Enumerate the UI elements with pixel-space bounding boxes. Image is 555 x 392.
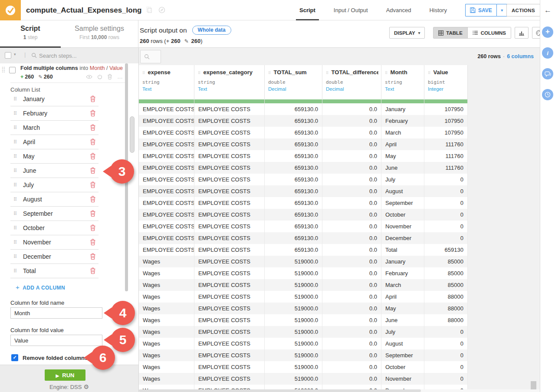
table-cell[interactable]: 659130.0 (265, 127, 322, 138)
column-quality-bar[interactable] (381, 99, 424, 103)
table-cell[interactable]: 0.0 (322, 244, 381, 256)
table-cell[interactable]: 0.0 (322, 150, 381, 162)
table-cell[interactable]: 0.0 (322, 338, 381, 349)
delete-column-icon[interactable] (90, 181, 96, 188)
columns-view-button[interactable]: COLUMNS (467, 27, 511, 38)
table-cell[interactable]: 0 (424, 373, 468, 385)
drag-handle-icon[interactable]: ⠿ (13, 197, 17, 202)
table-cell[interactable]: EMPLOYEE COSTS (194, 127, 265, 138)
table-cell[interactable]: 659130.0 (265, 185, 322, 197)
column-quality-bar[interactable] (194, 99, 264, 103)
drag-handle-icon[interactable]: ⠿ (13, 168, 17, 174)
drag-handle-icon[interactable]: ⠿ (13, 139, 17, 145)
table-cell[interactable]: June (381, 314, 424, 326)
select-all-steps-checkbox[interactable] (5, 52, 11, 59)
column-quality-bar[interactable] (322, 99, 381, 103)
table-cell[interactable]: 0.0 (322, 291, 381, 303)
table-cell[interactable]: July (381, 174, 424, 185)
tab-script-steps[interactable]: Script 1 step (0, 20, 61, 48)
disable-step-icon[interactable] (97, 74, 102, 79)
table-cell[interactable]: EMPLOYEE COSTS (194, 303, 265, 314)
table-cell[interactable]: November (381, 221, 424, 232)
table-cell[interactable]: 0.0 (322, 162, 381, 174)
table-cell[interactable]: EMPLOYEE COSTS (194, 279, 265, 291)
drag-handle-icon[interactable]: ⠿ (13, 96, 17, 102)
drag-handle-icon[interactable]: ⠿ (13, 154, 17, 159)
table-cell[interactable]: September (381, 349, 424, 361)
table-cell[interactable]: 0 (424, 349, 468, 361)
table-cell[interactable]: Total (381, 244, 424, 256)
table-cell[interactable]: Wages (139, 373, 194, 385)
table-cell[interactable]: 0.0 (322, 303, 381, 314)
table-cell[interactable]: 519000.0 (265, 256, 322, 267)
table-cell[interactable]: August (381, 338, 424, 349)
table-cell[interactable]: 519000.0 (265, 373, 322, 385)
table-cell[interactable]: EMPLOYEE COSTS (194, 373, 265, 385)
table-cell[interactable]: 659130.0 (265, 174, 322, 185)
table-cell[interactable]: Wages (139, 385, 194, 389)
table-cell[interactable]: EMPLOYEE COSTS (139, 221, 194, 232)
drag-handle-icon[interactable]: ⠿ (13, 211, 17, 217)
table-cell[interactable]: October (381, 209, 424, 221)
table-cell[interactable]: March (381, 127, 424, 138)
table-cell[interactable]: 107950 (424, 115, 468, 127)
column-quality-bar[interactable] (424, 99, 467, 103)
table-cell[interactable]: EMPLOYEE COSTS (194, 162, 265, 174)
table-cell[interactable]: EMPLOYEE COSTS (139, 232, 194, 244)
vertical-scrollbar-thumb[interactable] (531, 381, 536, 389)
column-header[interactable]: ⠿Month string Text (381, 65, 424, 103)
add-step-button[interactable]: + (542, 26, 553, 38)
table-cell[interactable]: EMPLOYEE COSTS (194, 385, 265, 389)
delete-column-icon[interactable] (90, 210, 96, 217)
table-cell[interactable]: EMPLOYEE COSTS (194, 349, 265, 361)
table-cell[interactable]: 0.0 (322, 279, 381, 291)
table-cell[interactable]: 519000.0 (265, 385, 322, 389)
table-cell[interactable]: 0.0 (322, 209, 381, 221)
fold-name-input[interactable] (10, 307, 102, 319)
table-cell[interactable]: 0.0 (322, 267, 381, 279)
display-dropdown[interactable]: DISPLAY▾ (389, 27, 425, 39)
table-cell[interactable]: April (381, 291, 424, 303)
table-cell[interactable]: EMPLOYEE COSTS (139, 209, 194, 221)
table-cell[interactable]: EMPLOYEE COSTS (139, 138, 194, 150)
drag-handle-icon[interactable]: ⠿ (13, 254, 17, 260)
recipe-logo[interactable] (0, 0, 21, 20)
table-cell[interactable]: 0 (424, 385, 468, 389)
table-cell[interactable]: 519000.0 (265, 338, 322, 349)
table-cell[interactable]: November (381, 373, 424, 385)
column-header[interactable]: ⠿expense string Text (139, 65, 194, 103)
table-cell[interactable]: 519000.0 (265, 326, 322, 338)
table-cell[interactable]: Wages (139, 326, 194, 338)
caret-down-icon[interactable]: ▾ (14, 52, 16, 56)
info-button[interactable]: i (542, 47, 553, 59)
tab-input-output[interactable]: Input / Output (334, 0, 368, 20)
more-options-icon[interactable]: … (117, 73, 123, 80)
table-cell[interactable]: EMPLOYEE COSTS (139, 244, 194, 256)
table-cell[interactable]: EMPLOYEE COSTS (194, 221, 265, 232)
add-column-button[interactable]: +ADD A COLUMN (16, 283, 65, 291)
table-cell[interactable]: January (381, 103, 424, 115)
save-button[interactable]: SAVE (465, 4, 496, 16)
table-cell[interactable]: 107950 (424, 127, 468, 138)
table-cell[interactable]: 85000 (424, 267, 468, 279)
table-cell[interactable]: 0 (424, 326, 468, 338)
table-cell[interactable]: April (381, 138, 424, 150)
table-cell[interactable]: 519000.0 (265, 267, 322, 279)
table-cell[interactable]: Wages (139, 361, 194, 373)
table-cell[interactable]: 0.0 (322, 103, 381, 115)
table-cell[interactable]: 0 (424, 221, 468, 232)
column-meaning[interactable]: Text (142, 86, 191, 92)
table-cell[interactable]: June (381, 162, 424, 174)
table-cell[interactable]: October (381, 361, 424, 373)
column-header[interactable]: ⠿TOTAL_difference double Decimal (322, 65, 381, 103)
panel-resize-handle[interactable] (130, 116, 135, 153)
table-cell[interactable]: 0 (424, 338, 468, 349)
table-cell[interactable]: December (381, 232, 424, 244)
column-meaning[interactable]: Integer (428, 86, 465, 92)
table-cell[interactable]: EMPLOYEE COSTS (139, 115, 194, 127)
delete-column-icon[interactable] (90, 267, 96, 274)
table-cell[interactable]: Wages (139, 349, 194, 361)
table-cell[interactable]: July (381, 326, 424, 338)
table-cell[interactable]: 519000.0 (265, 349, 322, 361)
table-cell[interactable]: 0.0 (322, 174, 381, 185)
